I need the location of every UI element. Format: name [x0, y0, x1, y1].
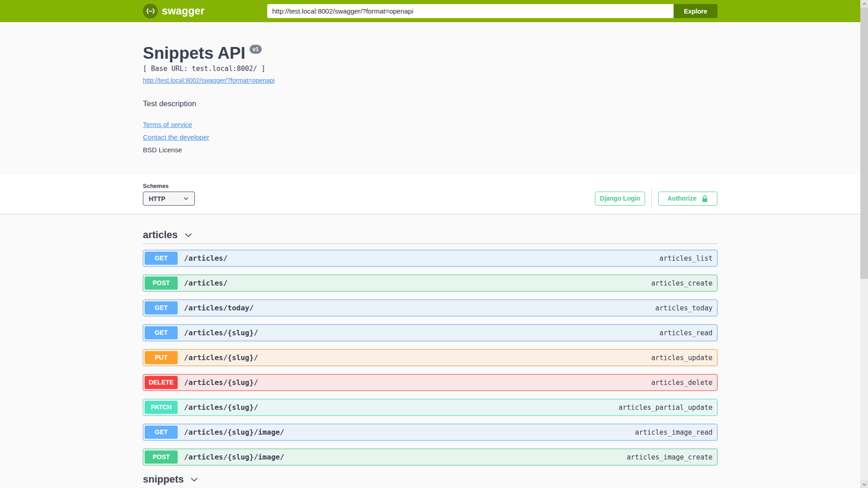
http-method-badge: POST	[145, 277, 178, 290]
operation-id: articles_today	[656, 304, 712, 312]
endpoint-row-articles-list[interactable]: GET /articles/ articles_list	[143, 250, 717, 267]
section-heading-snippets[interactable]: snippets	[143, 474, 717, 485]
license-text: BSD License	[143, 146, 717, 154]
scrollbar-thumb[interactable]	[860, 8, 868, 279]
http-method-badge: DELETE	[145, 376, 178, 389]
endpoint-path: /articles/{slug}/	[184, 328, 258, 337]
section-divider	[143, 244, 717, 244]
explore-button[interactable]: Explore	[674, 4, 717, 18]
endpoint-row-articles-update[interactable]: PUT /articles/{slug}/ articles_update	[143, 349, 717, 366]
spec-url-input[interactable]	[267, 4, 674, 18]
endpoint-path: /articles/{slug}/	[184, 403, 258, 412]
unlocked-padlock-icon	[701, 195, 708, 202]
endpoint-row-articles-create[interactable]: POST /articles/ articles_create	[143, 275, 717, 291]
explore-form: Explore	[267, 4, 717, 18]
operation-id: articles_partial_update	[618, 404, 712, 412]
http-method-badge: PUT	[145, 351, 178, 364]
section-title: snippets	[143, 474, 184, 485]
section-heading-articles[interactable]: articles	[143, 229, 717, 241]
endpoint-path: /articles/	[184, 279, 227, 287]
endpoint-path: /articles/{slug}/image/	[184, 453, 284, 461]
endpoint-path: /articles/today/	[184, 304, 254, 312]
http-method-badge: GET	[145, 252, 178, 265]
endpoint-path: /articles/{slug}/image/	[184, 428, 284, 436]
scrollbar[interactable]	[860, 0, 868, 488]
scrollbar-up-button[interactable]	[860, 0, 868, 8]
spec-link[interactable]: http://test.local:8002/swagger/?format=o…	[143, 77, 274, 84]
schemes-label: Schemes	[143, 183, 195, 189]
operation-id: articles_list	[660, 254, 712, 263]
page-title: Snippets API v1	[143, 44, 717, 62]
base-url: [ Base URL: test.local:8002/ ]	[143, 65, 717, 73]
operation-id: articles_read	[660, 329, 712, 337]
authorize-label: Authorize	[667, 195, 697, 202]
topbar: {⋯} swagger Explore	[0, 0, 860, 22]
section-snippets: snippets GET /snippets/ snippets_list	[143, 474, 717, 488]
chevron-down-icon	[189, 475, 199, 484]
endpoint-row-articles-image-read[interactable]: GET /articles/{slug}/image/ articles_ima…	[143, 424, 717, 441]
section-articles: articles GET /articles/ articles_list PO…	[143, 229, 717, 465]
version-badge: v1	[250, 45, 262, 54]
endpoint-path: /articles/{slug}/	[184, 378, 258, 387]
endpoint-path: /articles/{slug}/	[184, 353, 258, 362]
operation-id: articles_delete	[651, 379, 712, 387]
django-login-label: Django Login	[600, 195, 640, 202]
chevron-down-icon	[862, 482, 866, 485]
endpoint-row-articles-image-create[interactable]: POST /articles/{slug}/image/ articles_im…	[143, 449, 717, 465]
api-description: Test description	[143, 99, 717, 108]
django-login-button[interactable]: Django Login	[595, 192, 645, 206]
endpoint-path: /articles/	[184, 254, 227, 263]
swagger-brand[interactable]: {⋯} swagger	[143, 4, 205, 19]
http-method-badge: GET	[145, 326, 178, 339]
schemes-selected-value: HTTP	[149, 195, 165, 202]
scheme-container: Schemes HTTP Django Login Authorize	[0, 174, 860, 214]
chevron-up-icon	[862, 3, 866, 6]
scrollbar-down-button[interactable]	[860, 480, 868, 488]
http-method-badge: GET	[145, 426, 178, 439]
terms-of-service-link[interactable]: Terms of service	[143, 121, 192, 128]
api-title-text: Snippets API	[143, 44, 245, 62]
http-method-badge: PATCH	[145, 401, 178, 414]
endpoint-row-articles-read[interactable]: GET /articles/{slug}/ articles_read	[143, 324, 717, 341]
chevron-down-icon	[184, 230, 193, 240]
endpoint-row-articles-today[interactable]: GET /articles/today/ articles_today	[143, 300, 717, 316]
brand-name: swagger	[162, 5, 205, 17]
authorize-button[interactable]: Authorize	[658, 192, 717, 206]
operation-id: articles_create	[651, 279, 712, 287]
operation-id: articles_image_read	[635, 428, 712, 436]
section-title: articles	[143, 229, 178, 241]
operation-id: articles_image_create	[627, 453, 712, 461]
http-method-badge: POST	[145, 450, 178, 464]
endpoint-row-articles-delete[interactable]: DELETE /articles/{slug}/ articles_delete	[143, 374, 717, 391]
schemes-select[interactable]: HTTP	[143, 192, 195, 206]
swagger-page: {⋯} swagger Explore Snippets API v1 [ Ba…	[0, 0, 860, 488]
chevron-down-icon	[183, 196, 189, 202]
contact-developer-link[interactable]: Contact the developer	[143, 133, 209, 141]
operation-id: articles_update	[651, 354, 712, 362]
endpoint-row-articles-partial-update[interactable]: PATCH /articles/{slug}/ articles_partial…	[143, 399, 717, 416]
info-section: Snippets API v1 [ Base URL: test.local:8…	[143, 22, 717, 154]
swagger-logo-icon: {⋯}	[143, 4, 158, 19]
button-divider	[651, 188, 652, 208]
http-method-badge: GET	[145, 301, 178, 314]
